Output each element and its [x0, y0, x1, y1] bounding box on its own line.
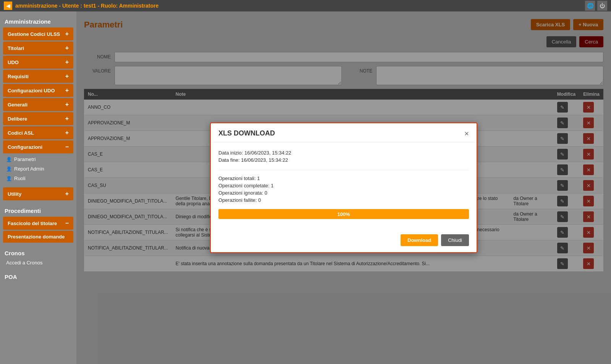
topbar: ◀ amministrazione - Utente : test1 - Ruo… — [0, 0, 611, 11]
modal-body: Data inizio: 16/06/2023, 15:34:22 Data f… — [211, 142, 477, 234]
sidebar-item-generali[interactable]: Generali + — [3, 98, 73, 111]
plus-icon: + — [65, 190, 69, 197]
sidebar-subitem-parametri[interactable]: 👤 Parametri — [0, 155, 76, 164]
sidebar-item-delibere[interactable]: Delibere + — [3, 112, 73, 125]
minus-icon: − — [65, 220, 69, 227]
sidebar-item-configurazioni[interactable]: Configurazioni − — [3, 140, 73, 153]
data-inizio: Data inizio: 16/06/2023, 15:34:22 — [218, 150, 469, 156]
progress-bar-container: 100% — [218, 209, 469, 219]
sidebar-item-gestione-codici-ulss[interactable]: Gestione Codici ULSS + — [3, 27, 73, 40]
sidebar: Amministrazione Gestione Codici ULSS + T… — [0, 11, 76, 364]
data-fine: Data fine: 16/06/2023, 15:34:22 — [218, 157, 469, 163]
sidebar-procedimenti-title: Procedimenti — [0, 205, 76, 216]
operazioni-ignorata: Operazioni ignorata: 0 — [218, 190, 469, 196]
sidebar-item-requisiti[interactable]: Requisiti + — [3, 70, 73, 83]
power-icon-button[interactable]: ⏻ — [597, 1, 607, 11]
sidebar-item-presentazione-domande[interactable]: Presentazione domande — [3, 231, 73, 243]
sidebar-label: Generali — [8, 102, 27, 108]
user-icon: 👤 — [6, 176, 12, 181]
operazioni-totali: Operazioni totali: 1 — [218, 176, 469, 181]
xls-download-modal: XLS DOWNLOAD × Data inizio: 16/06/2023, … — [210, 122, 477, 253]
sidebar-label: Presentazione domande — [8, 234, 65, 240]
modal-close-button[interactable]: × — [464, 130, 469, 137]
modal-overlay: XLS DOWNLOAD × Data inizio: 16/06/2023, … — [76, 11, 611, 364]
sidebar-label: UDO — [8, 60, 19, 65]
sidebar-subitem-report-admin[interactable]: 👤 Report Admin — [0, 164, 76, 174]
chiudi-button[interactable]: Chiudi — [441, 234, 469, 246]
minus-icon: − — [65, 143, 69, 150]
sidebar-label: Fascicolo del titolare — [8, 221, 57, 226]
sidebar-cronos-title: Cronos — [0, 247, 76, 258]
plus-icon: + — [65, 87, 69, 94]
operazioni-fallite: Operazioni fallite: 0 — [218, 197, 469, 203]
sidebar-subitem-ruoli[interactable]: 👤 Ruoli — [0, 174, 76, 183]
globe-icon-button[interactable]: 🌐 — [585, 1, 595, 11]
sidebar-label: Requisiti — [8, 74, 29, 79]
sidebar-poa-title: POA — [0, 271, 76, 282]
sidebar-sub-label: Parametri — [14, 156, 36, 162]
sidebar-item-fascicolo[interactable]: Fascicolo del titolare − — [3, 217, 73, 230]
plus-icon: + — [65, 31, 69, 37]
sidebar-item-udo[interactable]: UDO + — [3, 56, 73, 69]
modal-stats-section: Operazioni totali: 1 Operazioni completa… — [218, 176, 469, 203]
operazioni-completate: Operazioni completate: 1 — [218, 183, 469, 188]
sidebar-item-configurazioni-udo[interactable]: Configurazioni UDO + — [3, 84, 73, 97]
modal-footer: Download Chiudi — [211, 234, 477, 252]
sidebar-label: Codici ASL — [8, 130, 34, 136]
sidebar-sub-label: Report Admin — [14, 166, 44, 172]
sidebar-label: Configurazioni — [8, 144, 42, 150]
sidebar-label: Utility — [8, 191, 21, 197]
plus-icon: + — [65, 45, 69, 52]
modal-header: XLS DOWNLOAD × — [211, 123, 477, 142]
user-icon: 👤 — [6, 166, 12, 172]
progress-percent-label: 100% — [337, 211, 350, 217]
sidebar-toggle-button[interactable]: ◀ — [4, 2, 12, 10]
progress-bar-fill: 100% — [218, 209, 469, 219]
sidebar-label: Delibere — [8, 116, 27, 122]
modal-date-section: Data inizio: 16/06/2023, 15:34:22 Data f… — [218, 150, 469, 170]
sidebar-label: Gestione Codici ULSS — [8, 31, 60, 37]
sidebar-subitem-cronos[interactable]: Accedi a Cronos — [0, 258, 76, 267]
user-icon: 👤 — [6, 157, 12, 162]
sidebar-item-titolari[interactable]: Titolari + — [3, 42, 73, 55]
plus-icon: + — [65, 59, 69, 66]
plus-icon: + — [65, 73, 69, 80]
app-title: amministrazione - Utente : test1 - Ruolo… — [15, 3, 158, 9]
modal-title: XLS DOWNLOAD — [218, 129, 275, 137]
sidebar-label: Titolari — [8, 45, 24, 51]
sidebar-item-utility[interactable]: Utility + — [3, 187, 73, 200]
sidebar-label: Configurazioni UDO — [8, 88, 55, 93]
plus-icon: + — [65, 115, 69, 122]
main-content: Parametri Scarica XLS + Nuova Cancella C… — [76, 11, 611, 364]
sidebar-item-codici-asl[interactable]: Codici ASL + — [3, 126, 73, 139]
sidebar-label: Accedi a Cronos — [6, 260, 42, 266]
plus-icon: + — [65, 129, 69, 136]
sidebar-sub-label: Ruoli — [14, 176, 26, 181]
download-button[interactable]: Download — [401, 234, 438, 246]
plus-icon: + — [65, 101, 69, 108]
sidebar-admin-title: Amministrazione — [0, 15, 76, 26]
